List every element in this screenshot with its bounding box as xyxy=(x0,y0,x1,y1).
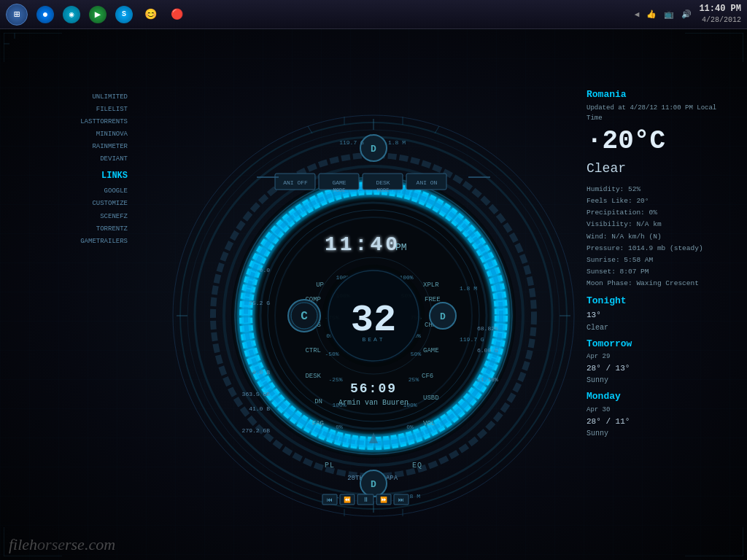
taskbar-icon-2[interactable]: ◉ xyxy=(63,6,80,23)
svg-text:ANI ON: ANI ON xyxy=(417,179,438,186)
left-item-mininova[interactable]: MININOVA xyxy=(7,128,128,141)
svg-text:FAG: FAG xyxy=(312,420,324,427)
detail-pressure: Pressure: 1014.9 mb (steady) xyxy=(587,243,736,254)
bottom-right-corner-deco xyxy=(685,527,743,556)
emoji-icon[interactable]: 😊 xyxy=(142,6,159,23)
svg-text:0.0 B: 0.0 B xyxy=(252,369,270,376)
system-clock: 11:40 PM 4/28/2012 xyxy=(699,4,741,25)
svg-text:50%: 50% xyxy=(411,351,422,357)
svg-text:APA: APA xyxy=(386,475,398,482)
weather-panel: Romania Updated at 4/28/12 11:00 PM Loca… xyxy=(587,88,736,440)
forecast-monday-temp: 28° / 11° xyxy=(587,416,736,429)
detail-feels-like: Feels Like: 20° xyxy=(587,195,736,207)
top-right-corner-deco xyxy=(685,33,743,62)
hud-svg: ANI OFF GAME MODE DESK MODE ANI ON 11:40… xyxy=(162,104,585,527)
taskbar-right: ◀ 👍 📺 🔊 11:40 PM 4/28/2012 xyxy=(635,4,741,25)
svg-text:119.7 G: 119.7 G xyxy=(460,336,484,343)
svg-text:0%: 0% xyxy=(336,424,343,430)
forecast-tonight-header: Tonight xyxy=(587,294,736,309)
svg-text:68.82%: 68.82% xyxy=(477,325,498,332)
links-header: LINKS xyxy=(7,168,128,184)
left-item-customize[interactable]: SCENEFZ xyxy=(7,211,128,223)
svg-text:41.0 B: 41.0 B xyxy=(249,405,270,412)
svg-text:0%: 0% xyxy=(406,424,414,430)
weather-location: Romania xyxy=(587,88,736,103)
svg-text:-25%: -25% xyxy=(328,376,342,383)
svg-text:MODE: MODE xyxy=(377,187,390,193)
detail-humidity: Humidity: 52% xyxy=(587,184,736,195)
skype-icon[interactable]: S xyxy=(115,6,133,23)
windows-button[interactable]: ⊞ xyxy=(6,4,28,26)
svg-text:⏩: ⏩ xyxy=(380,496,387,503)
bottom-left-corner-deco xyxy=(4,527,62,556)
detail-visibility: Visibility: N/A km xyxy=(587,219,736,230)
svg-text:C: C xyxy=(301,310,308,323)
tray-volume: 🔊 xyxy=(681,9,692,19)
svg-text:PL: PL xyxy=(325,462,335,470)
taskbar: ⊞ ● ◉ ▶ S 😊 🔴 ◀ 👍 📺 🔊 11:40 PM 4/28/2012 xyxy=(0,0,747,29)
left-item-lasttorrents[interactable]: LASTTORRENTS xyxy=(7,116,128,128)
svg-text:CF6: CF6 xyxy=(422,373,433,380)
top-left-corner-deco xyxy=(4,33,62,62)
hud-container: ANI OFF GAME MODE DESK MODE ANI ON 11:40… xyxy=(162,104,585,527)
svg-text:279.2 GB: 279.2 GB xyxy=(242,427,271,434)
forecast-tonight-temp: 13° xyxy=(587,309,736,322)
svg-text:EQ: EQ xyxy=(412,462,422,470)
forecast-tomorrow-temp: 28° / 13° xyxy=(587,362,736,376)
svg-text:D: D xyxy=(440,311,446,322)
left-item-filelist[interactable]: FILELIST xyxy=(7,104,128,116)
system-time: 11:40 PM xyxy=(699,4,741,15)
svg-text:FREE: FREE xyxy=(425,296,441,303)
forecast-tonight-cond: Clear xyxy=(587,322,736,334)
taskbar-icon-3[interactable]: ▶ xyxy=(89,6,107,23)
left-item-torrentz[interactable]: GAMETRAILERS xyxy=(7,236,128,248)
svg-text:363.5 GB: 363.5 GB xyxy=(242,391,271,397)
main-area: ANI OFF GAME MODE DESK MODE ANI ON 11:40… xyxy=(0,29,747,560)
weather-temperature: ·20°C xyxy=(587,127,736,156)
forecast-monday-date: Apr 30 xyxy=(587,405,736,415)
svg-text:25.2 G: 25.2 G xyxy=(249,300,270,306)
forecast-monday-cond: Sunny xyxy=(587,428,736,440)
svg-text:D: D xyxy=(371,479,376,490)
tray-arrow[interactable]: ◀ xyxy=(635,9,640,19)
svg-text:UP: UP xyxy=(316,281,324,289)
svg-text:GAME: GAME xyxy=(332,179,346,186)
left-panel: UNLIMITED FILELIST LASTTORRENTS MININOVA… xyxy=(7,91,128,248)
left-item-youtube[interactable]: GOOGLE xyxy=(7,185,128,198)
svg-text:ANI OFF: ANI OFF xyxy=(283,179,308,186)
system-date: 4/28/2012 xyxy=(699,15,741,25)
detail-moon: Moon Phase: Waxing Crescent xyxy=(587,278,736,289)
svg-text:PM: PM xyxy=(395,242,407,253)
svg-text:D: D xyxy=(371,144,376,155)
left-item-rainmeter[interactable]: RAINMETER xyxy=(7,141,128,153)
left-item-google[interactable]: CUSTOMIZE xyxy=(7,198,128,210)
detail-precipitation: Precipitation: 0% xyxy=(587,207,736,219)
svg-text:56:09: 56:09 xyxy=(350,381,397,396)
svg-text:XPLR: XPLR xyxy=(423,281,439,289)
forecast-tomorrow-cond: Sunny xyxy=(587,375,736,386)
svg-text:CTRL: CTRL xyxy=(305,347,321,354)
left-item-deviant[interactable]: DEVIANT xyxy=(7,153,128,166)
svg-text:119.7 G: 119.7 G xyxy=(339,139,364,146)
left-item-scenefz[interactable]: TORRENTZ xyxy=(7,223,128,236)
svg-text:0.0: 0.0 xyxy=(260,267,271,273)
app-red-icon[interactable]: 🔴 xyxy=(168,6,185,23)
svg-line-100 xyxy=(435,126,439,133)
detail-sunrise: Sunrise: 5:58 AM xyxy=(587,254,736,266)
svg-text:-50%: -50% xyxy=(325,351,338,357)
left-item-unlimited[interactable]: UNLIMITED xyxy=(7,91,128,104)
taskbar-icon-1[interactable]: ● xyxy=(36,6,54,23)
svg-text:DESK: DESK xyxy=(305,373,321,380)
svg-text:⏭: ⏭ xyxy=(398,497,404,503)
taskbar-left: ⊞ ● ◉ ▶ S 😊 🔴 xyxy=(6,4,635,26)
svg-text:1.8 M: 1.8 M xyxy=(388,139,406,146)
svg-text:DN: DN xyxy=(314,398,322,405)
tray-thumb: 👍 xyxy=(646,9,657,19)
svg-text:⏪: ⏪ xyxy=(344,496,351,503)
svg-text:⏸: ⏸ xyxy=(363,497,369,504)
svg-line-99 xyxy=(308,126,312,133)
watermark-text2: rse.com xyxy=(65,535,115,553)
forecast-tomorrow-header: Tomorrow xyxy=(587,337,736,352)
svg-text:1.8 M: 1.8 M xyxy=(460,285,477,292)
svg-text:VOL: VOL xyxy=(423,420,435,427)
